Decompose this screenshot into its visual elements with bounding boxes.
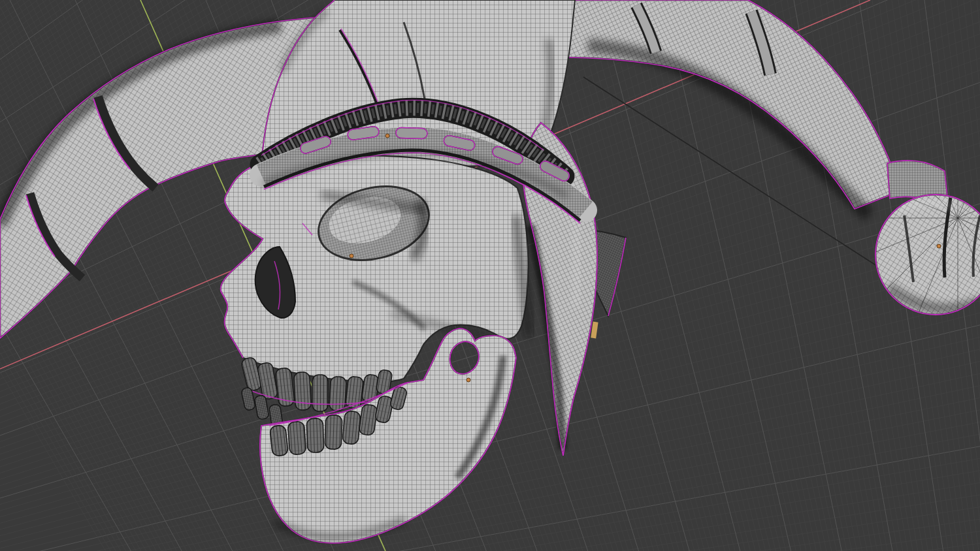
- origin-point[interactable]: [385, 134, 389, 138]
- viewport-3d[interactable]: [0, 0, 980, 551]
- viewport-canvas[interactable]: [0, 0, 980, 551]
- origin-point[interactable]: [350, 254, 353, 258]
- origin-point[interactable]: [466, 378, 470, 382]
- origin-point[interactable]: [937, 244, 941, 248]
